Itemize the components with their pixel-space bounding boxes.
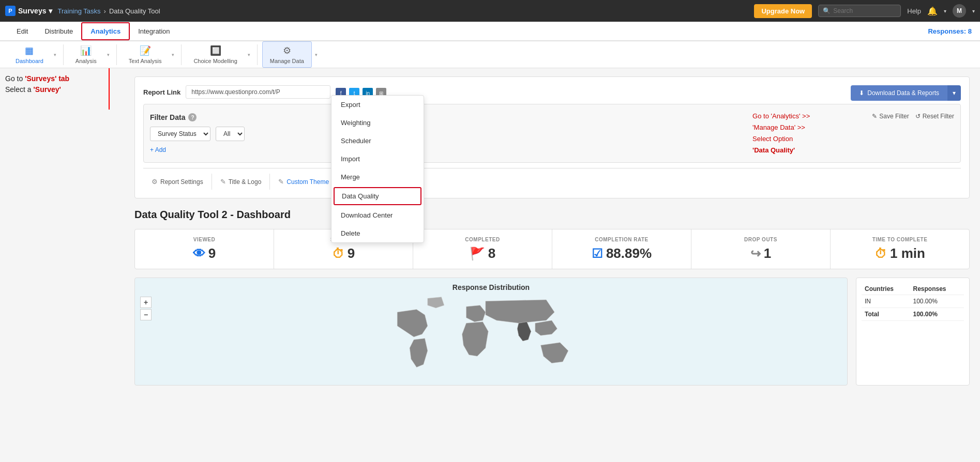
nav-analytics[interactable]: Analytics xyxy=(81,22,130,40)
save-filter-button[interactable]: ✎ Save Filter xyxy=(872,113,909,120)
nav-edit[interactable]: Edit xyxy=(8,23,36,40)
time-icon: ⏱ xyxy=(875,247,887,261)
responses-count: Responses: 8 xyxy=(928,27,972,35)
notification-icon[interactable]: 🔔 xyxy=(927,6,938,16)
user-dropdown-arrow[interactable]: ▾ xyxy=(972,8,975,14)
right-annotation-line4: 'Data Quality' xyxy=(752,146,795,154)
reset-filter-button[interactable]: ↺ Reset Filter xyxy=(915,113,954,120)
world-map-svg xyxy=(140,296,842,378)
report-settings-button[interactable]: ⚙ Report Settings xyxy=(143,174,212,190)
dropdown-delete[interactable]: Delete xyxy=(331,224,424,242)
top-nav-right: Upgrade Now 🔍 Help 🔔 ▾ M ▾ xyxy=(754,4,975,18)
choice-modelling-toolbar-item[interactable]: 🔲 Choice Modelling ▾ xyxy=(186,42,252,67)
manage-data-dropdown-menu: Export Weighting Scheduler Import Merge … xyxy=(331,95,424,243)
breadcrumb-sep: › xyxy=(104,7,106,15)
map-zoom-out-button[interactable]: − xyxy=(140,309,152,320)
help-label[interactable]: Help xyxy=(907,7,921,15)
manage-data-icon: ⚙ xyxy=(283,45,291,56)
breadcrumb-parent[interactable]: Training Tasks xyxy=(57,7,100,15)
upgrade-button[interactable]: Upgrade Now xyxy=(754,4,812,18)
brand-dropdown-arrow[interactable]: ▾ xyxy=(49,7,52,15)
brand-logo[interactable]: P Surveys ▾ xyxy=(5,6,52,16)
left-annotation: Go to 'Surveys' tab Select a 'Survey' xyxy=(0,73,74,95)
country-name: IN xyxy=(862,295,910,308)
total-value: 100.00% xyxy=(910,308,964,321)
stat-dropouts: DROP OUTS ↪ 1 xyxy=(691,229,831,269)
analytics-toolbar: ▦ Dashboard ▾ 📊 Analysis ▾ 📝 Text Analys… xyxy=(0,41,980,68)
stat-dropouts-label: DROP OUTS xyxy=(697,237,825,242)
breadcrumb-current: Data Quality Tool xyxy=(109,7,160,15)
dashboard-dropdown-arrow[interactable]: ▾ xyxy=(52,49,58,60)
text-analysis-icon: 📝 xyxy=(140,45,151,56)
main-content: Go to 'Surveys' tab Select a 'Survey' ⬇ … xyxy=(0,68,980,394)
filter-data-title: Filter Data ? xyxy=(150,113,732,121)
title-logo-button[interactable]: ✎ Title & Logo xyxy=(212,174,270,190)
nav-integration[interactable]: Integration xyxy=(130,23,178,40)
text-analysis-dropdown-arrow[interactable]: ▾ xyxy=(170,49,176,60)
manage-data-label: Manage Data xyxy=(270,58,304,64)
download-btn-group: ⬇ Download Data & Reports ▾ xyxy=(851,85,961,101)
dropdown-scheduler[interactable]: Scheduler xyxy=(331,132,424,150)
stat-completed-value: 🚩 8 xyxy=(418,245,547,261)
dropdown-export[interactable]: Export xyxy=(331,96,424,114)
secondary-navigation: Edit Distribute Analytics Integration Re… xyxy=(0,22,980,41)
p-icon: P xyxy=(5,6,16,16)
map-container: Response Distribution + − xyxy=(134,278,848,386)
countries-col-header: Countries xyxy=(862,283,910,295)
countries-table: Countries Responses IN 100.00% Total 100… xyxy=(856,278,970,386)
notif-arrow[interactable]: ▾ xyxy=(944,8,946,14)
search-box[interactable]: 🔍 xyxy=(818,5,901,17)
viewed-icon: 👁 xyxy=(193,247,205,261)
download-data-reports-button[interactable]: ⬇ Download Data & Reports xyxy=(851,85,947,101)
choice-modelling-icon: 🔲 xyxy=(210,45,221,56)
dropdown-data-quality[interactable]: Data Quality xyxy=(334,187,421,205)
reset-filter-icon: ↺ xyxy=(915,113,921,120)
table-row: IN 100.00% xyxy=(862,295,964,308)
dropdown-merge[interactable]: Merge xyxy=(331,168,424,186)
choice-modelling-label: Choice Modelling xyxy=(193,58,237,64)
dashboard-title: Data Quality Tool 2 - Dashboard xyxy=(134,209,970,221)
analysis-toolbar-item[interactable]: 📊 Analysis ▾ xyxy=(68,42,112,67)
filter-value-select[interactable]: All xyxy=(216,127,245,141)
dropdown-weighting[interactable]: Weighting xyxy=(331,114,424,132)
choice-modelling-dropdown-arrow[interactable]: ▾ xyxy=(246,49,252,60)
annotation-line xyxy=(109,68,110,110)
stat-viewed-value: 👁 9 xyxy=(140,245,268,261)
survey-status-select[interactable]: Survey Status xyxy=(150,127,210,141)
search-input[interactable] xyxy=(833,7,895,14)
right-annotation: Go to 'Analytics' >> 'Manage Data' >> Se… xyxy=(752,111,810,156)
analysis-icon: 📊 xyxy=(80,45,92,56)
dashboard-icon: ▦ xyxy=(25,45,34,56)
filter-data-section: Filter Data ? Survey Status All + Add xyxy=(143,104,961,163)
text-analysis-toolbar-item[interactable]: 📝 Text Analysis ▾ xyxy=(122,42,177,67)
report-link-label: Report Link xyxy=(143,88,180,96)
report-link-input[interactable] xyxy=(186,85,330,99)
add-filter-button[interactable]: + Add xyxy=(150,146,732,153)
toolbar-separator-1 xyxy=(63,44,64,65)
map-section: Response Distribution + − xyxy=(134,278,970,386)
custom-theme-icon: ✎ xyxy=(278,178,284,186)
dashboard-toolbar-item[interactable]: ▦ Dashboard ▾ xyxy=(8,42,58,67)
manage-data-dropdown-arrow[interactable]: ▾ xyxy=(313,49,320,60)
stat-completion-rate: COMPLETION RATE ☑ 88.89% xyxy=(552,229,691,269)
user-avatar[interactable]: M xyxy=(953,4,966,18)
toolbar-separator-4 xyxy=(257,44,258,65)
dropdown-download-center[interactable]: Download Center xyxy=(331,206,424,224)
toolbar-separator-3 xyxy=(181,44,182,65)
dropouts-icon: ↪ xyxy=(750,247,761,261)
custom-theme-button[interactable]: ✎ Custom Theme xyxy=(270,174,338,190)
country-responses: 100.00% xyxy=(910,295,964,308)
nav-distribute[interactable]: Distribute xyxy=(36,23,81,40)
stat-completion-rate-label: COMPLETION RATE xyxy=(557,237,686,242)
report-settings-icon: ⚙ xyxy=(152,178,158,186)
filter-help-icon[interactable]: ? xyxy=(188,113,197,121)
download-dropdown-arrow-button[interactable]: ▾ xyxy=(947,85,961,101)
report-area: ⬇ Download Data & Reports ▾ Report Link … xyxy=(134,76,970,198)
manage-data-toolbar-item[interactable]: ⚙ Manage Data ▾ xyxy=(262,41,320,68)
dropdown-import[interactable]: Import xyxy=(331,150,424,168)
map-zoom-in-button[interactable]: + xyxy=(140,297,152,308)
breadcrumb: Training Tasks › Data Quality Tool xyxy=(57,7,160,15)
analysis-dropdown-arrow[interactable]: ▾ xyxy=(105,49,112,60)
search-icon: 🔍 xyxy=(823,7,831,14)
toolbar-separator-2 xyxy=(116,44,117,65)
